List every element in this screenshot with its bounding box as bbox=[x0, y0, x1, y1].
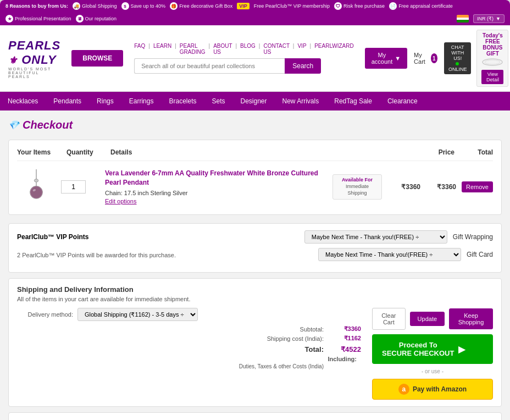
checkout-heading: 💎 Checkout bbox=[8, 119, 502, 131]
col-header-items: Your Items bbox=[17, 148, 61, 156]
nav-about[interactable]: ABOUT US bbox=[213, 43, 232, 55]
total-value: ₹4522 bbox=[328, 345, 361, 353]
col-header-qty: Quantity bbox=[66, 148, 105, 156]
bonus-gift-title: Today's FREEBONUS GIFT bbox=[481, 32, 503, 57]
vip-title: PearlClub™ VIP Points bbox=[17, 233, 304, 241]
svg-point-3 bbox=[34, 179, 38, 182]
gift-wrapping-select[interactable]: Maybe Next Time - Thank you!(FREE) ÷ bbox=[304, 230, 447, 244]
nav-blog[interactable]: BLOG bbox=[240, 43, 256, 55]
save-item: $ Save up to 40% bbox=[121, 2, 166, 10]
header-right: My account ▼ My Cart 1 CHAT WITH US! ONL… bbox=[365, 42, 472, 74]
coupon-section: 💎 Redeem a discount coupon If you have a… bbox=[8, 412, 502, 420]
update-button[interactable]: Update bbox=[410, 312, 445, 326]
shipping-cost-value: ₹1162 bbox=[328, 335, 361, 342]
view-detail-button[interactable]: View Detail bbox=[481, 70, 503, 84]
browse-button[interactable]: BROWSE bbox=[71, 50, 123, 67]
page-content: 💎 Checkout Your Items Quantity Details P… bbox=[0, 110, 510, 420]
appraisal-icon: 📄 bbox=[389, 2, 397, 10]
clear-cart-button[interactable]: Clear Cart bbox=[372, 308, 406, 330]
currency-selector[interactable]: INR (₹) ▼ bbox=[473, 14, 505, 23]
cart-info: My Cart 1 bbox=[414, 52, 437, 65]
nav-learn[interactable]: LEARN bbox=[153, 43, 171, 55]
amazon-icon: a bbox=[398, 384, 409, 395]
star-icon: ★ bbox=[5, 15, 13, 23]
svg-point-1 bbox=[485, 60, 500, 64]
edit-options-link[interactable]: Edit options bbox=[105, 198, 136, 205]
gift-card-select[interactable]: Maybe Next Time - Thank you!(FREE) ÷ bbox=[318, 248, 461, 261]
nav-pearl-grading[interactable]: PEARL GRADING bbox=[180, 43, 206, 55]
pendant-svg bbox=[21, 169, 52, 205]
delivery-select[interactable]: Global Shipping (₹1162) - 3-5 days ÷ bbox=[77, 308, 198, 321]
logo-icon: ⚜ bbox=[8, 55, 18, 66]
nav-sets[interactable]: Sets bbox=[204, 92, 232, 110]
keep-shopping-button[interactable]: Keep Shopping bbox=[449, 308, 493, 329]
search-button[interactable]: Search bbox=[285, 58, 321, 74]
gift-wrapping-label: Gift Wrapping bbox=[453, 233, 493, 241]
nav-contact[interactable]: CONTACT US bbox=[263, 43, 289, 55]
nav-new-arrivals[interactable]: New Arrivals bbox=[275, 92, 327, 110]
shipping-layout: Delivery method: Global Shipping (₹1162)… bbox=[17, 308, 493, 400]
shipping-right: Clear Cart Update Keep Shopping Proceed … bbox=[372, 308, 493, 400]
nav-pearlwizard[interactable]: PEARLWIZARD bbox=[314, 43, 354, 55]
vip-points-row: 2 PearlClub™ VIP Points will be awarded … bbox=[17, 248, 493, 261]
nav-pendants[interactable]: Pendants bbox=[46, 92, 89, 110]
col-header-details: Details bbox=[110, 148, 411, 156]
dropdown-icon: ▼ bbox=[395, 55, 401, 62]
chat-widget: CHAT WITH US! ONLINE bbox=[444, 42, 472, 74]
nav-bracelets[interactable]: Bracelets bbox=[161, 92, 204, 110]
item-image bbox=[17, 168, 56, 206]
total-label: Total: bbox=[17, 345, 328, 353]
search-area: Search bbox=[134, 58, 321, 74]
items-header: Your Items Quantity Details Price Total bbox=[17, 148, 493, 161]
subtotal-row: Subtotal: ₹3360 bbox=[17, 325, 361, 333]
logo-text: PEARLS ⚜ ONLY bbox=[8, 38, 60, 67]
duties-label: Duties, Taxes & other Costs (India) bbox=[17, 363, 328, 369]
nav-clearance[interactable]: Clearance bbox=[380, 92, 425, 110]
nav-vip[interactable]: VIP bbox=[297, 43, 306, 55]
delivery-method-row: Delivery method: Global Shipping (₹1162)… bbox=[17, 308, 361, 321]
save-icon: $ bbox=[121, 2, 129, 10]
main-navigation: Necklaces Pendants Rings Earrings Bracel… bbox=[0, 92, 510, 110]
bonus-gift-box: Today's FREEBONUS GIFT View Detail bbox=[476, 30, 508, 87]
nav-rings[interactable]: Rings bbox=[89, 92, 121, 110]
amazon-pay-button[interactable]: a Pay with Amazon bbox=[372, 379, 493, 400]
nav-designer[interactable]: Designer bbox=[233, 92, 275, 110]
risk-icon: 🛡 bbox=[334, 2, 342, 10]
nav-earrings[interactable]: Earrings bbox=[121, 92, 162, 110]
including-label: Including: bbox=[17, 356, 361, 362]
nav-redtag[interactable]: RedTag Sale bbox=[326, 92, 380, 110]
table-row: Vera Lavender 6-7mm AA Quality Freshwate… bbox=[17, 168, 493, 206]
reasons-text: 8 Reasons to buy from Us: bbox=[5, 3, 68, 9]
including-row: Including: bbox=[17, 356, 361, 362]
subtotal-label: Subtotal: bbox=[17, 326, 328, 333]
india-flag bbox=[457, 15, 469, 23]
vip-section: PearlClub™ VIP Points Maybe Next Time - … bbox=[8, 223, 502, 273]
arrow-icon: ▶ bbox=[458, 344, 465, 355]
shipping-item: 🚚 Global Shipping bbox=[73, 2, 117, 10]
or-use-text: - or use - bbox=[372, 368, 493, 374]
shipping-note: All of the items in your cart are availa… bbox=[17, 296, 493, 302]
vip-points-text: 2 PearlClub™ VIP Points will be awarded … bbox=[17, 252, 318, 258]
header: PEARLS ⚜ ONLY WORLD'S MOST BEAUTIFUL PEA… bbox=[0, 25, 510, 92]
gift-icon: 🎁 bbox=[170, 2, 178, 10]
shipping-left: Delivery method: Global Shipping (₹1162)… bbox=[17, 308, 361, 400]
dropdown-icon: ▼ bbox=[496, 16, 501, 21]
cart-badge: 1 bbox=[431, 53, 437, 63]
shipping-title: Shipping and Delivery Information bbox=[17, 285, 493, 294]
my-account-button[interactable]: My account ▼ bbox=[365, 48, 407, 69]
nav-necklaces[interactable]: Necklaces bbox=[0, 92, 46, 110]
item-chain: Chain: 17.5 inch Sterling Silver bbox=[105, 190, 327, 196]
search-input[interactable] bbox=[134, 58, 285, 74]
professional-item: ★ Professional Presentation bbox=[5, 15, 71, 23]
remove-button[interactable]: Remove bbox=[462, 181, 493, 192]
vip-badge: VIP bbox=[237, 3, 250, 9]
quantity-input[interactable] bbox=[61, 180, 86, 194]
pearl-image bbox=[481, 57, 503, 68]
item-total: ₹3360 bbox=[426, 183, 456, 191]
secure-checkout-button[interactable]: Proceed To SECURE CHECKOUT ▶ bbox=[372, 334, 493, 364]
monitor-icon: 🖥 bbox=[76, 15, 84, 23]
nav-faq[interactable]: FAQ bbox=[134, 43, 145, 55]
top-banner: 8 Reasons to buy from Us: 🚚 Global Shipp… bbox=[0, 0, 510, 25]
appraisal-item: 📄 Free appraisal certificate bbox=[389, 2, 453, 10]
truck-icon: 🚚 bbox=[73, 2, 80, 10]
